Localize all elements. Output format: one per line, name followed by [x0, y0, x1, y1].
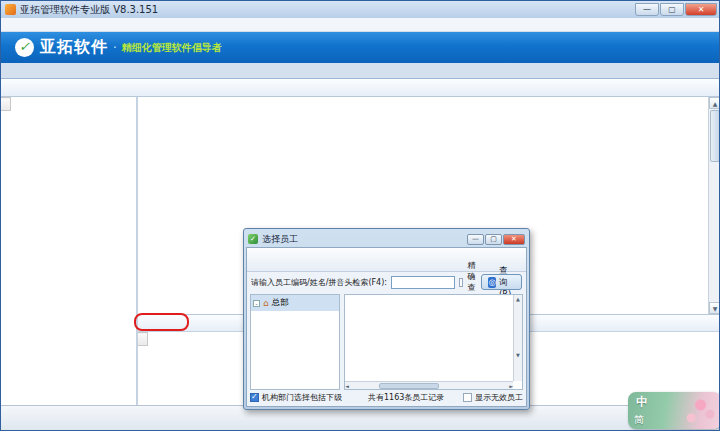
- dialog-maximize-button[interactable]: ▢: [485, 234, 502, 245]
- maximize-button[interactable]: ▢: [660, 3, 684, 16]
- scroll-down-icon[interactable]: ▼: [709, 302, 720, 314]
- close-button[interactable]: ✕: [685, 3, 717, 16]
- dialog-body: - ⌂ 总部 ▲▼ ◄►: [250, 294, 523, 390]
- exact-search-checkbox[interactable]: [459, 278, 463, 287]
- main-toolbar: [1, 79, 720, 97]
- dialog-window-controls: — ▢ ✕: [467, 234, 525, 245]
- dialog-search-row: 请输入员工编码/姓名/拼音头检索(F4): 精确查找 ◎ 查询(R): [247, 272, 526, 292]
- ime-widget[interactable]: 中 简: [628, 392, 720, 429]
- search-label: 请输入员工编码/姓名/拼音头检索(F4):: [251, 277, 387, 288]
- search-icon: ◎: [488, 277, 495, 288]
- row-marker-header: [1, 98, 10, 111]
- show-invalid-label: 显示无效员工: [475, 392, 523, 403]
- dialog-minimize-button[interactable]: —: [467, 234, 484, 245]
- logo: ✓ 亚拓软件 · 精细化管理软件倡导者: [15, 37, 222, 58]
- template-list-panel: [1, 97, 138, 405]
- logo-separator: ·: [113, 41, 117, 55]
- logo-icon: ✓: [15, 38, 34, 57]
- vertical-scrollbar[interactable]: ▲ ▼: [708, 97, 720, 314]
- search-input[interactable]: [391, 276, 455, 289]
- ime-simplified-label: 简: [634, 413, 644, 427]
- ime-lang-label: 中: [636, 394, 648, 411]
- home-icon: ⌂: [263, 298, 269, 308]
- record-count: 共有1163条员工记录: [368, 392, 444, 403]
- banner: ✓ 亚拓软件 · 精细化管理软件倡导者: [1, 32, 720, 63]
- slogan: 精细化管理软件倡导者: [122, 41, 222, 55]
- employee-table: ▲▼ ◄►: [344, 294, 523, 390]
- window-title: 亚拓管理软件专业版 V8.3.151: [20, 3, 158, 17]
- dialog-vertical-scrollbar[interactable]: ▲▼: [513, 295, 522, 381]
- minimize-button[interactable]: —: [635, 3, 659, 16]
- tree-collapse-icon[interactable]: -: [253, 300, 260, 307]
- app-window: 亚拓管理软件专业版 V8.3.151 — ▢ ✕ ✓ 亚拓软件 · 精细化管理软…: [0, 0, 720, 431]
- dialog-title-bar[interactable]: ✓ 选择员工 — ▢ ✕: [246, 231, 527, 247]
- scroll-up-icon[interactable]: ▲: [709, 97, 720, 109]
- query-button[interactable]: ◎ 查询(R): [481, 274, 522, 290]
- logo-text: 亚拓软件: [40, 37, 108, 58]
- show-invalid-checkbox[interactable]: [463, 393, 472, 402]
- title-bar: 亚拓管理软件专业版 V8.3.151 — ▢ ✕: [1, 1, 720, 18]
- tab-strip: [1, 63, 720, 79]
- include-sublevel-checkbox[interactable]: [250, 393, 259, 402]
- dialog-toolbar: [247, 248, 526, 272]
- row-marker-header: [138, 333, 147, 346]
- app-icon: [5, 4, 16, 15]
- scroll-thumb[interactable]: [710, 110, 720, 162]
- window-controls: — ▢ ✕: [635, 3, 717, 16]
- dialog-horizontal-scrollbar[interactable]: ◄►: [345, 381, 513, 389]
- tree-node-root[interactable]: - ⌂ 总部: [251, 295, 339, 311]
- select-employee-dialog: ✓ 选择员工 — ▢ ✕ 请输入员工编码/姓名/拼音头检索(F4): 精确查找 …: [243, 228, 530, 410]
- menu-bar: [1, 18, 720, 32]
- dialog-client: 请输入员工编码/姓名/拼音头检索(F4): 精确查找 ◎ 查询(R) - ⌂ 总…: [246, 247, 527, 407]
- dialog-close-button[interactable]: ✕: [503, 234, 525, 245]
- include-sublevel-label: 机构部门选择包括下级: [262, 392, 342, 403]
- org-tree: - ⌂ 总部: [250, 294, 340, 390]
- dialog-title: 选择员工: [262, 233, 298, 246]
- dialog-footer: 机构部门选择包括下级 共有1163条员工记录 显示无效员工: [250, 390, 523, 404]
- dialog-icon: ✓: [248, 234, 258, 244]
